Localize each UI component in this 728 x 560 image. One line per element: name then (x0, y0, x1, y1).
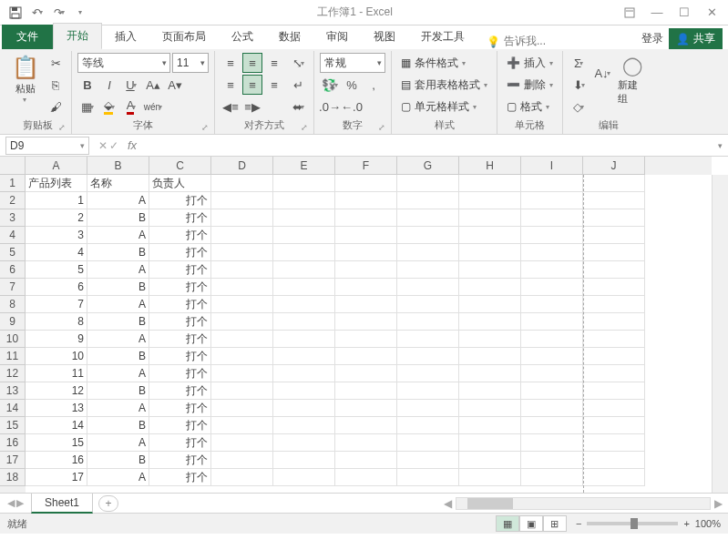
cell[interactable] (335, 313, 397, 331)
cell[interactable] (335, 192, 397, 209)
cell[interactable]: B (87, 279, 149, 296)
cell[interactable] (273, 417, 335, 434)
cell[interactable] (211, 348, 273, 365)
save-icon[interactable] (5, 3, 26, 23)
font-launcher-icon[interactable]: ⤢ (201, 123, 209, 132)
cells-area[interactable]: 产品列表名称负责人1A打个2B打个3A打个4B打个5A打个6B打个7A打个8B打… (26, 175, 712, 493)
cell[interactable] (397, 244, 459, 261)
cell[interactable] (211, 452, 273, 469)
grow-font-icon[interactable]: A▴ (143, 75, 163, 95)
phonetic-icon[interactable]: wén▾ (143, 97, 163, 117)
cell[interactable]: 打个 (149, 382, 211, 400)
cell[interactable] (583, 192, 645, 209)
cell[interactable]: 打个 (149, 296, 211, 313)
cell[interactable]: A (87, 469, 149, 486)
cell[interactable] (459, 348, 521, 365)
cell[interactable] (211, 400, 273, 417)
cell[interactable]: A (87, 434, 149, 452)
row-header[interactable]: 11 (0, 348, 26, 365)
cell[interactable] (583, 417, 645, 434)
accounting-icon[interactable]: 💱▾ (320, 75, 340, 95)
merge-icon[interactable]: ⬌▾ (288, 97, 308, 117)
cell[interactable]: 产品列表 (26, 175, 87, 192)
cell[interactable]: 打个 (149, 452, 211, 469)
cell[interactable] (583, 261, 645, 279)
cell[interactable] (335, 452, 397, 469)
number-format-combo[interactable]: 常规 (320, 53, 385, 73)
sheet-next-icon[interactable]: ▶ (16, 497, 24, 509)
cell[interactable] (397, 348, 459, 365)
cell[interactable] (335, 365, 397, 382)
column-header[interactable]: A (26, 157, 87, 175)
cell[interactable] (273, 244, 335, 261)
cell[interactable] (211, 175, 273, 192)
cell[interactable]: 打个 (149, 209, 211, 227)
format-cells-button[interactable]: ▢格式▾ (503, 97, 557, 117)
row-header[interactable]: 13 (0, 382, 26, 400)
percent-icon[interactable]: % (342, 75, 362, 95)
cell[interactable]: 4 (26, 244, 87, 261)
cell[interactable] (521, 209, 583, 227)
cell[interactable] (211, 209, 273, 227)
cell[interactable] (211, 417, 273, 434)
fill-color-icon[interactable]: ⬙▾ (99, 97, 119, 117)
cell[interactable] (521, 348, 583, 365)
column-header[interactable]: B (87, 157, 149, 175)
column-header[interactable]: H (459, 157, 521, 175)
number-launcher-icon[interactable]: ⤢ (378, 123, 385, 132)
cell[interactable] (459, 365, 521, 382)
cell[interactable] (211, 227, 273, 244)
cell[interactable] (459, 209, 521, 227)
cell[interactable] (211, 331, 273, 348)
sheet-tab[interactable]: Sheet1 (31, 493, 93, 514)
cell[interactable] (521, 227, 583, 244)
cell[interactable] (273, 382, 335, 400)
cell[interactable]: B (87, 382, 149, 400)
fx-icon[interactable]: fx (128, 138, 137, 152)
cell[interactable]: B (87, 452, 149, 469)
cell[interactable] (521, 261, 583, 279)
cell[interactable]: A (87, 400, 149, 417)
column-header[interactable]: C (149, 157, 211, 175)
column-header[interactable]: J (583, 157, 645, 175)
format-painter-icon[interactable]: 🖌 (46, 97, 66, 117)
cell[interactable] (211, 382, 273, 400)
cell[interactable]: B (87, 209, 149, 227)
cell[interactable] (521, 244, 583, 261)
format-table-button[interactable]: ▤套用表格格式▾ (397, 75, 491, 95)
cell[interactable]: 7 (26, 296, 87, 313)
cell[interactable]: 打个 (149, 244, 211, 261)
cell[interactable] (459, 296, 521, 313)
cell[interactable]: A (87, 192, 149, 209)
column-header[interactable]: I (521, 157, 583, 175)
cell[interactable] (211, 434, 273, 452)
row-header[interactable]: 10 (0, 331, 26, 348)
formula-input[interactable] (142, 137, 712, 155)
column-header[interactable]: E (273, 157, 335, 175)
cell[interactable] (459, 417, 521, 434)
tab-formulas[interactable]: 公式 (219, 25, 266, 49)
cell[interactable]: 打个 (149, 469, 211, 486)
cell[interactable] (583, 434, 645, 452)
cell[interactable]: 16 (26, 452, 87, 469)
column-header[interactable]: F (335, 157, 397, 175)
cell[interactable]: 3 (26, 227, 87, 244)
cell[interactable]: A (87, 261, 149, 279)
align-right-icon[interactable]: ≡ (264, 75, 284, 95)
cell[interactable] (335, 434, 397, 452)
sheet-prev-icon[interactable]: ◀ (7, 497, 15, 509)
shrink-font-icon[interactable]: A▾ (165, 75, 185, 95)
cell[interactable] (273, 227, 335, 244)
cell[interactable] (521, 382, 583, 400)
conditional-format-button[interactable]: ▦条件格式▾ (397, 53, 491, 73)
cell[interactable] (273, 296, 335, 313)
cell[interactable] (583, 365, 645, 382)
cell[interactable] (273, 348, 335, 365)
hscroll-right-icon[interactable]: ▶ (714, 497, 723, 510)
increase-decimal-icon[interactable]: .0→ (320, 97, 340, 117)
cell-styles-button[interactable]: ▢单元格样式▾ (397, 97, 491, 117)
select-all-corner[interactable] (0, 157, 26, 175)
cell[interactable] (211, 244, 273, 261)
cell[interactable] (521, 469, 583, 486)
row-header[interactable]: 9 (0, 313, 26, 331)
